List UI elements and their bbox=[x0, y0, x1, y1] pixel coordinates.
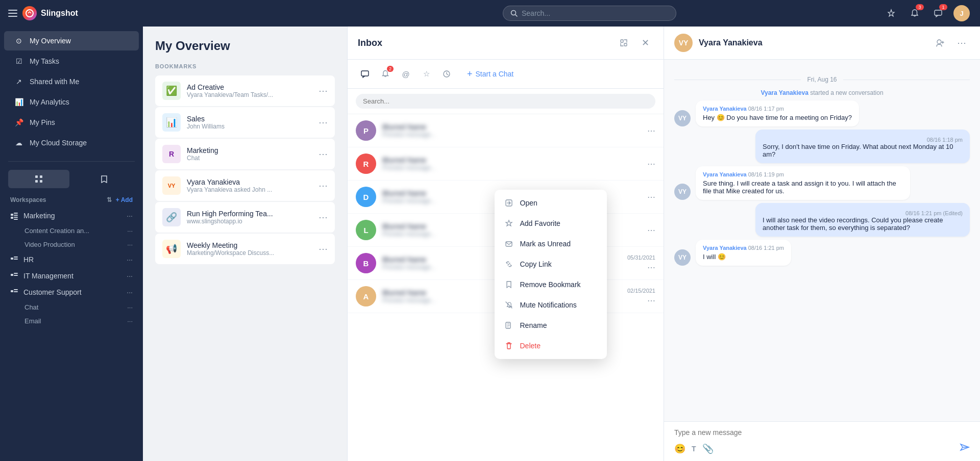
workspaces-tab[interactable] bbox=[8, 170, 69, 188]
hamburger-menu[interactable] bbox=[8, 10, 17, 17]
emoji-btn[interactable]: 😊 bbox=[674, 443, 685, 454]
add-user-btn[interactable] bbox=[932, 35, 948, 51]
context-menu-add-favorite[interactable]: Add Favorite bbox=[495, 213, 607, 234]
expand-inbox-btn[interactable] bbox=[616, 35, 632, 51]
logo-icon bbox=[22, 6, 37, 20]
inbox-search-input[interactable] bbox=[356, 94, 655, 109]
bookmark-name: Ad Creative bbox=[187, 83, 273, 91]
tab-favorites[interactable]: ☆ bbox=[417, 65, 435, 83]
context-menu-delete[interactable]: Delete bbox=[495, 336, 607, 356]
attachment-btn[interactable]: 📎 bbox=[702, 443, 714, 454]
sub-item-email[interactable]: Email ··· bbox=[0, 314, 143, 328]
sidebar-item-shared-with-me[interactable]: ↗ Shared with Me bbox=[4, 72, 139, 91]
chat-more-btn[interactable]: ⋯ bbox=[647, 126, 655, 136]
sub-item-video-production[interactable]: Video Production ··· bbox=[0, 238, 143, 251]
tab-history[interactable] bbox=[437, 65, 456, 83]
workspace-more-btn[interactable]: ··· bbox=[127, 272, 133, 280]
chat-input[interactable] bbox=[674, 428, 970, 437]
chat-more-btn[interactable]: ⋯ bbox=[647, 159, 655, 169]
sparkle-btn[interactable] bbox=[883, 5, 899, 21]
context-rename-label: Rename bbox=[520, 321, 547, 329]
bookmark-more-btn[interactable]: ⋯ bbox=[318, 180, 328, 191]
bookmark-name: Marketing bbox=[187, 146, 218, 155]
sidebar-item-my-overview[interactable]: ⊙ My Overview bbox=[4, 31, 139, 50]
chat-time: 02/15/2021 bbox=[627, 288, 655, 294]
sub-item-more-btn[interactable]: ··· bbox=[127, 241, 133, 248]
unread-icon bbox=[504, 239, 514, 249]
bookmark-name: Run High Performing Tea... bbox=[187, 210, 273, 218]
bookmark-item-weekly-meeting[interactable]: 📢 Weekly Meeting Marketing/Workspace Dis… bbox=[155, 234, 335, 264]
chat-more-btn[interactable]: ⋯ bbox=[647, 263, 655, 272]
text-format-btn[interactable]: T bbox=[692, 445, 696, 453]
workspace-it-management[interactable]: IT Management ··· bbox=[0, 268, 143, 284]
tab-chat[interactable] bbox=[356, 65, 374, 83]
bookmark-item-marketing[interactable]: R Marketing Chat ⋯ bbox=[155, 139, 335, 169]
context-open-label: Open bbox=[520, 199, 537, 207]
chat-avatar: D bbox=[356, 187, 376, 207]
bookmark-item-vyara[interactable]: VY Vyara Yanakieva Vyara Yanakieva asked… bbox=[155, 170, 335, 201]
sidebar-item-label: My Cloud Storage bbox=[30, 139, 87, 147]
bookmark-item-ad-creative[interactable]: ✅ Ad Creative Vyara Yanakieva/Team Tasks… bbox=[155, 75, 335, 106]
chat-user-avatar: VY bbox=[674, 34, 693, 52]
svg-rect-13 bbox=[14, 259, 18, 260]
context-menu-mute-notifications[interactable]: Mute Notifications bbox=[495, 295, 607, 315]
search-bar[interactable]: Search... bbox=[503, 6, 676, 21]
sub-item-more-btn[interactable]: ··· bbox=[127, 227, 133, 235]
chat-item[interactable]: R Blurred Name Preview message... ⋯ bbox=[348, 147, 664, 181]
workspace-more-btn[interactable]: ··· bbox=[127, 255, 133, 264]
sidebar-item-my-pins[interactable]: 📌 My Pins bbox=[4, 113, 139, 132]
chat-more-btn[interactable]: ⋯ bbox=[647, 296, 655, 305]
start-chat-btn[interactable]: + Start a Chat bbox=[462, 66, 519, 83]
context-delete-label: Delete bbox=[520, 342, 541, 350]
send-btn[interactable] bbox=[960, 442, 970, 455]
workspace-marketing[interactable]: Marketing ··· bbox=[0, 208, 143, 224]
workspace-more-btn[interactable]: ··· bbox=[127, 288, 133, 296]
sub-item-more-btn[interactable]: ··· bbox=[127, 317, 133, 325]
workspace-hr[interactable]: HR ··· bbox=[0, 251, 143, 268]
chat-more-btn[interactable]: ⋯ bbox=[647, 192, 655, 202]
user-avatar-btn[interactable]: J bbox=[953, 5, 970, 21]
message-text: Sorry, I don't have time on Friday. What… bbox=[763, 143, 963, 158]
bookmark-more-btn[interactable]: ⋯ bbox=[318, 117, 328, 128]
chat-more-btn[interactable]: ⋯ bbox=[647, 225, 655, 235]
notifications-btn[interactable]: 3 bbox=[906, 5, 923, 21]
add-workspace-btn[interactable]: + Add bbox=[116, 196, 133, 203]
bookmark-item-run-high[interactable]: 🔗 Run High Performing Tea... www.slingsh… bbox=[155, 202, 335, 233]
app-name: Slingshot bbox=[41, 9, 78, 18]
bookmark-item-sales[interactable]: 📊 Sales John Williams ⋯ bbox=[155, 107, 335, 138]
close-inbox-btn[interactable]: ✕ bbox=[637, 35, 653, 51]
workspace-customer-support[interactable]: Customer Support ··· bbox=[0, 284, 143, 300]
open-icon bbox=[504, 198, 514, 208]
tab-notifications[interactable]: 2 bbox=[376, 65, 395, 83]
bookmark-more-btn[interactable]: ⋯ bbox=[318, 212, 328, 223]
bookmark-more-btn[interactable]: ⋯ bbox=[318, 85, 328, 96]
context-menu-copy-link[interactable]: Copy Link bbox=[495, 254, 607, 274]
chat-item[interactable]: P Blurred Name Preview message... ⋯ bbox=[348, 114, 664, 147]
bookmark-more-btn[interactable]: ⋯ bbox=[318, 243, 328, 254]
bookmarks-tab[interactable] bbox=[74, 170, 135, 188]
bookmark-icon: 📊 bbox=[162, 113, 181, 132]
bookmark-sub: www.slingshotapp.io bbox=[187, 218, 273, 225]
message-text: I will also need the video recordings. C… bbox=[763, 216, 963, 232]
messages-btn[interactable]: 1 bbox=[930, 5, 946, 21]
bookmark-more-btn[interactable]: ⋯ bbox=[318, 148, 328, 160]
workspace-more-btn[interactable]: ··· bbox=[127, 212, 133, 220]
context-copy-link-label: Copy Link bbox=[520, 260, 552, 268]
sub-item-chat[interactable]: Chat ··· bbox=[0, 300, 143, 314]
context-menu-mark-unread[interactable]: Mark as Unread bbox=[495, 234, 607, 254]
chat-more-btn[interactable]: ⋯ bbox=[953, 35, 970, 51]
sidebar-item-my-analytics[interactable]: 📊 My Analytics bbox=[4, 92, 139, 112]
sidebar-item-my-cloud-storage[interactable]: ☁ My Cloud Storage bbox=[4, 133, 139, 152]
bookmark-list: ✅ Ad Creative Vyara Yanakieva/Team Tasks… bbox=[155, 75, 335, 264]
context-menu-rename[interactable]: Rename bbox=[495, 315, 607, 336]
chat-avatar: R bbox=[356, 153, 376, 174]
tab-mentions[interactable]: @ bbox=[397, 65, 415, 83]
context-menu-remove-bookmark[interactable]: Remove Bookmark bbox=[495, 274, 607, 295]
bookmark-icon: ✅ bbox=[162, 82, 181, 100]
sidebar-item-my-tasks[interactable]: ☑ My Tasks bbox=[4, 52, 139, 71]
sort-workspaces-btn[interactable]: ⇅ bbox=[107, 196, 112, 203]
sub-item-more-btn[interactable]: ··· bbox=[127, 303, 133, 311]
sub-item-content-creation[interactable]: Content Creation an... ··· bbox=[0, 224, 143, 238]
context-menu-open[interactable]: Open bbox=[495, 193, 607, 213]
sidebar: Slingshot ⊙ My Overview ☑ My Tasks ↗ Sha… bbox=[0, 0, 143, 461]
